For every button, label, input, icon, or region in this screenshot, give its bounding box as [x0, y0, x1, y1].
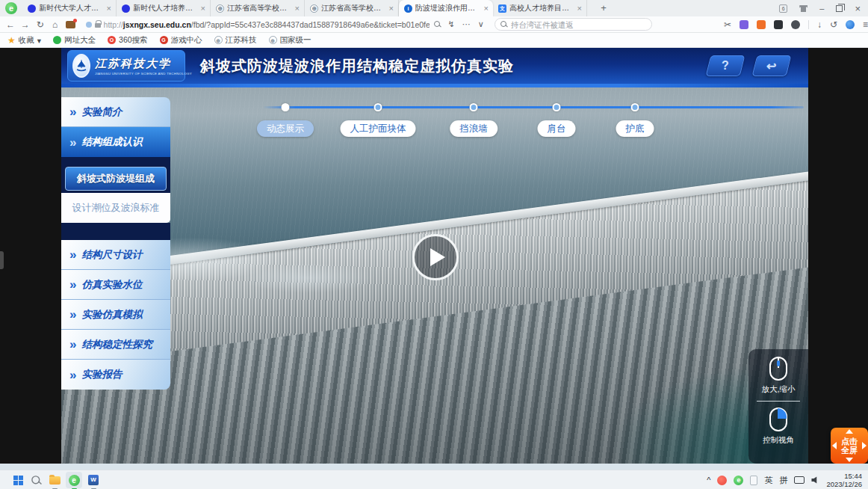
zoom-search-icon[interactable] — [434, 21, 441, 28]
step-dot-5[interactable] — [631, 103, 639, 111]
flash-icon[interactable]: ↯ — [448, 19, 455, 29]
help-button[interactable]: ? — [706, 55, 745, 76]
tab-close-icon[interactable]: × — [483, 4, 490, 13]
word-taskbar-button[interactable]: W — [85, 472, 102, 488]
tab-close-icon[interactable]: × — [105, 4, 113, 13]
back-button[interactable]: ↩ — [752, 55, 792, 76]
sidebar-item-stability[interactable]: »结构稳定性探究 — [61, 330, 170, 360]
wave-foam — [241, 263, 375, 293]
home-icon[interactable]: ⌂ — [48, 19, 63, 30]
tab-close-icon[interactable]: × — [199, 4, 207, 13]
step-dot-2[interactable] — [374, 103, 382, 111]
tab-close-icon[interactable]: × — [576, 4, 583, 13]
sidebar-menu: »实验简介 »结构组成认识 斜坡式防波堤组成 设计潮位及波浪标准 »结构尺寸设计… — [61, 97, 170, 390]
reload-icon[interactable]: ↻ — [33, 19, 48, 30]
cut-icon[interactable]: ✂ — [724, 19, 731, 30]
bookmark-favicon: G — [160, 36, 168, 44]
reading-mode-badge[interactable]: 6 — [779, 4, 787, 13]
sidebar-item-structure-recognition[interactable]: »结构组成认识 — [61, 127, 170, 157]
extension-dark-icon[interactable] — [774, 20, 783, 29]
bookmark-item[interactable]: ⊕江苏科技 — [214, 35, 257, 46]
step-dot-4[interactable] — [553, 103, 561, 111]
arrow-up-icon — [846, 429, 853, 434]
tab-1[interactable]: 新时代大学人才培养目标_百度× — [22, 0, 117, 16]
wenku-favicon: 文 — [498, 4, 506, 13]
step-dot-1[interactable] — [282, 103, 290, 111]
qq-tray-icon[interactable] — [717, 476, 727, 485]
page-background: 江苏科技大学 JIANGSU UNIVERSITY OF SCIENCE AND… — [0, 48, 868, 464]
file-explorer-button[interactable] — [46, 472, 63, 488]
step-dot-3[interactable] — [470, 103, 478, 111]
tab-close-icon[interactable]: × — [388, 4, 395, 13]
start-button[interactable] — [10, 472, 26, 488]
ime-pinyin-indicator[interactable]: 拼 — [779, 475, 787, 486]
simulation-viewport[interactable]: 动态展示 人工护面块体 挡浪墙 肩台 护底 放大,缩小 控制视角 — [61, 87, 808, 464]
step-label-1[interactable]: 动态展示 — [257, 120, 314, 137]
restore-button[interactable] — [836, 5, 843, 12]
quick-search-box[interactable] — [495, 18, 652, 31]
close-button[interactable]: × — [855, 3, 861, 14]
360-tray-icon[interactable]: e — [734, 476, 743, 485]
taskbar-search-button[interactable] — [28, 472, 44, 488]
step-label-3[interactable]: 挡浪墙 — [450, 120, 497, 137]
tab-5-active[interactable]: i防波堤波浪作用结构稳定虚拟× — [399, 0, 493, 16]
back-nav-icon[interactable]: ← — [3, 19, 18, 30]
sidebar-subitem-breakwater-composition[interactable]: 斜坡式防波堤组成 — [61, 164, 170, 193]
university-logo: 江苏科技大学 JIANGSU UNIVERSITY OF SCIENCE AND… — [67, 50, 185, 82]
bookmark-item[interactable]: G游戏中心 — [160, 35, 202, 46]
step-label-4[interactable]: 肩台 — [538, 120, 576, 137]
skin-icon[interactable] — [799, 5, 807, 12]
undo-icon[interactable]: ↺ — [830, 19, 837, 30]
tab-2[interactable]: 新时代人才培养目标 - 百度文库× — [117, 0, 211, 16]
plugin-icon[interactable] — [791, 20, 800, 29]
favorites-menu[interactable]: ★收藏▾ — [7, 35, 41, 46]
tray-expand-icon[interactable]: ^ — [707, 476, 710, 485]
ime-english-indicator[interactable]: 英 — [764, 475, 772, 486]
clock[interactable]: 15:442023/12/26 — [826, 472, 862, 488]
bookmark-favicon — [53, 36, 61, 44]
step-label-5[interactable]: 护底 — [616, 120, 654, 137]
dropdown-icon[interactable]: ∨ — [478, 19, 484, 29]
sidebar-item-size-design[interactable]: »结构尺寸设计 — [61, 240, 170, 270]
browser-globe-icon[interactable] — [846, 20, 855, 29]
side-panel-handle[interactable] — [0, 251, 4, 269]
bookmark-item[interactable]: ⊕国家级一 — [269, 35, 311, 46]
menu-icon[interactable]: ≡ — [863, 19, 868, 30]
extension-purple-icon[interactable] — [740, 20, 748, 29]
bookmark-item[interactable]: O360搜索 — [108, 35, 148, 46]
favorites-briefcase-icon[interactable] — [66, 21, 75, 28]
new-tab-button[interactable]: + — [598, 2, 610, 14]
browser-taskbar-button[interactable]: e — [66, 472, 82, 488]
forward-nav-icon[interactable]: → — [18, 19, 33, 30]
step-label-2[interactable]: 人工护面块体 — [341, 120, 416, 137]
sidebar-subitem-tide-wave-standard[interactable]: 设计潮位及波浪标准 — [61, 193, 170, 223]
browser-logo-icon[interactable]: e — [5, 2, 17, 14]
speaker-icon[interactable] — [811, 476, 819, 485]
usb-tray-icon[interactable] — [750, 476, 757, 485]
address-bar[interactable]: http://jsxngx.seu.edu.cn/fbd/?appId=55c4… — [83, 18, 433, 31]
more-icon[interactable]: ⋯ — [462, 19, 471, 29]
mouse-wheel-icon — [769, 357, 787, 381]
tab-close-icon[interactable]: × — [294, 4, 301, 13]
tab-3[interactable]: ⊕江苏省高等学校虚拟仿真实验× — [211, 0, 305, 16]
bookmarks-bar: ★收藏▾ 网址大全 O360搜索 G游戏中心 ⊕江苏科技 ⊕国家级一 — [0, 33, 868, 48]
search-input[interactable] — [511, 20, 646, 29]
bookmark-favicon: O — [108, 36, 116, 44]
play-button[interactable] — [412, 234, 459, 280]
url-text[interactable]: http://jsxngx.seu.edu.cn/fbd/?appId=55c4… — [104, 20, 430, 29]
download-icon[interactable]: ↓ — [817, 19, 822, 30]
display-tray-icon[interactable] — [794, 476, 805, 484]
tab-4[interactable]: ⊕江苏省高等学校虚拟仿真实验× — [305, 0, 399, 16]
sidebar-item-simulation[interactable]: »实验仿真模拟 — [61, 300, 170, 330]
sidebar-item-intro[interactable]: »实验简介 — [61, 97, 170, 127]
extension-orange-icon[interactable] — [757, 20, 766, 29]
chevron-icon: » — [69, 369, 76, 381]
insecure-lock-icon — [95, 23, 101, 28]
minimize-button[interactable]: – — [819, 4, 824, 13]
folder-icon — [49, 476, 61, 485]
bookmark-item[interactable]: 网址大全 — [53, 35, 96, 46]
sidebar-item-water-level[interactable]: »仿真实验水位 — [61, 270, 170, 300]
sidebar-item-report[interactable]: »实验报告 — [61, 360, 170, 390]
fullscreen-button[interactable]: 点击 全屏 — [831, 428, 868, 464]
tab-6[interactable]: 文高校人才培养目标 - 百度文库× — [493, 0, 587, 16]
